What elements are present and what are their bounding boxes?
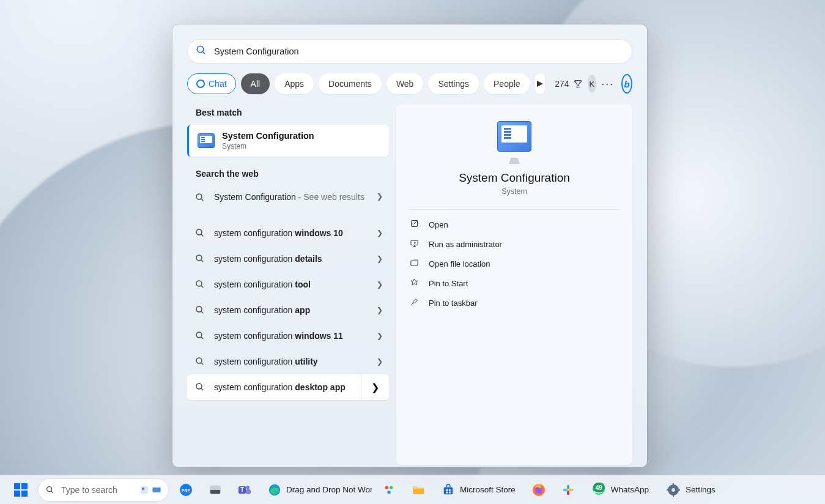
svg-line-8	[201, 260, 203, 262]
web-result[interactable]: system configuration utility❯	[187, 349, 389, 374]
web-result-label: system configuration utility	[214, 357, 382, 366]
svg-point-32	[246, 486, 250, 489]
svg-rect-43	[449, 491, 451, 493]
store-icon	[442, 483, 455, 497]
web-result[interactable]: system configuration windows 11❯	[187, 323, 389, 349]
taskbar-store-title: Microsoft Store	[460, 485, 516, 494]
svg-rect-55	[667, 489, 669, 491]
svg-line-10	[201, 286, 203, 287]
svg-point-5	[196, 229, 202, 235]
preview-action-pin-to-start[interactable]: Pin to Start	[409, 273, 620, 293]
svg-line-14	[201, 337, 203, 339]
web-result[interactable]: system configuration app❯	[187, 297, 389, 323]
action-icon	[410, 278, 419, 289]
svg-rect-41	[449, 489, 451, 491]
start-button[interactable]	[9, 478, 33, 502]
taskbar-settings-title: Settings	[686, 485, 716, 494]
chevron-right-icon[interactable]: ❯	[361, 374, 389, 400]
svg-rect-47	[569, 489, 573, 491]
svg-rect-23	[141, 486, 148, 494]
svg-rect-49	[567, 490, 569, 494]
svg-text:PRE: PRE	[182, 489, 191, 493]
results-column: Best match System Configuration System S…	[187, 104, 389, 465]
web-result[interactable]: system configuration tool❯	[187, 272, 389, 297]
chevron-right-icon: ❯	[377, 280, 383, 289]
filter-row: Chat AllAppsDocumentsWebSettingsPeople 2…	[187, 73, 632, 94]
more-icon[interactable]: ···	[601, 78, 614, 91]
svg-point-37	[387, 490, 391, 494]
bing-chat-icon	[196, 80, 205, 88]
preview-action-open[interactable]: Open	[409, 215, 620, 234]
svg-point-9	[196, 281, 202, 286]
web-result[interactable]: system configuration windows 10❯	[187, 220, 389, 246]
taskbar-app-store[interactable]: Microsoft Store	[435, 478, 522, 502]
taskbar-app-slack[interactable]	[556, 478, 580, 502]
taskbar-app-copilot[interactable]: PRE	[174, 478, 198, 502]
taskbar-app-whatsapp[interactable]: 49 WhatsApp	[585, 478, 655, 502]
svg-point-17	[196, 384, 202, 389]
search-icon	[194, 382, 205, 393]
taskbar-app-explorer[interactable]	[406, 478, 431, 502]
action-label: Pin to Start	[429, 279, 468, 288]
filter-tab-documents[interactable]: Documents	[319, 73, 382, 94]
filter-tab-apps[interactable]: Apps	[275, 73, 314, 94]
web-result-label: system configuration tool	[214, 280, 382, 289]
account-avatar[interactable]: K	[588, 75, 597, 93]
filter-more-arrow[interactable]	[535, 73, 546, 94]
search-icon	[194, 279, 205, 290]
rewards-points[interactable]: 274	[555, 79, 582, 89]
action-icon	[410, 239, 419, 250]
svg-rect-54	[673, 494, 674, 497]
trophy-icon	[573, 79, 583, 89]
filter-tab-all[interactable]: All	[241, 73, 270, 94]
preview-action-pin-to-taskbar[interactable]: Pin to taskbar	[409, 293, 620, 313]
search-box[interactable]	[187, 39, 632, 64]
svg-marker-2	[537, 81, 543, 87]
filter-tab-web[interactable]: Web	[387, 73, 424, 94]
svg-rect-40	[446, 489, 448, 491]
bing-icon[interactable]: b	[621, 74, 632, 94]
preview-action-open-file-location[interactable]: Open file location	[409, 254, 620, 273]
taskbar-app-generic1[interactable]	[377, 478, 401, 502]
chat-pill[interactable]: Chat	[187, 73, 236, 94]
taskbar-app-taskview[interactable]	[203, 478, 228, 502]
action-icon	[410, 219, 419, 230]
filter-tab-settings[interactable]: Settings	[428, 73, 479, 94]
svg-point-0	[197, 46, 204, 53]
taskbar: Type to search PRE T Drag and Drop Not W…	[0, 475, 825, 504]
msconfig-icon	[198, 133, 215, 148]
taskbar-app-settings[interactable]: Settings	[660, 478, 722, 502]
svg-point-15	[196, 358, 202, 363]
svg-point-36	[390, 486, 393, 489]
svg-rect-29	[210, 486, 221, 489]
action-label: Open file location	[429, 259, 490, 269]
taskbar-app-edge[interactable]: Drag and Drop Not Wor	[262, 478, 372, 502]
best-match-subtitle: System	[222, 142, 314, 150]
best-match-item[interactable]: System Configuration System	[187, 125, 389, 157]
search-icon	[194, 356, 205, 367]
taskbar-search[interactable]: Type to search	[38, 478, 169, 502]
rewards-value: 274	[555, 79, 569, 89]
svg-rect-53	[673, 483, 674, 486]
web-result[interactable]: system configuration details❯	[187, 246, 389, 272]
preview-panel: System Configuration System OpenRun as a…	[396, 104, 632, 465]
svg-rect-33	[246, 489, 251, 494]
web-result-see-results[interactable]: System Configuration - See web results ❯	[187, 186, 389, 220]
svg-rect-42	[446, 491, 448, 493]
best-match-title: System Configuration	[222, 131, 314, 141]
svg-line-22	[51, 491, 53, 492]
taskbar-app-firefox[interactable]	[527, 478, 551, 502]
taskbar-app-teams[interactable]: T	[232, 478, 257, 502]
filter-tab-people[interactable]: People	[484, 73, 530, 94]
edge-icon	[268, 483, 281, 497]
chevron-right-icon: ❯	[377, 357, 383, 366]
action-label: Pin to taskbar	[429, 298, 478, 308]
web-result[interactable]: system configuration desktop app❯	[187, 374, 389, 400]
preview-action-run-as-administrator[interactable]: Run as administrator	[409, 234, 620, 254]
divider	[409, 209, 620, 210]
svg-text:T: T	[240, 486, 244, 493]
action-icon	[410, 258, 419, 269]
search-input[interactable]	[214, 46, 624, 56]
search-icon	[196, 45, 207, 58]
action-icon	[410, 297, 419, 308]
